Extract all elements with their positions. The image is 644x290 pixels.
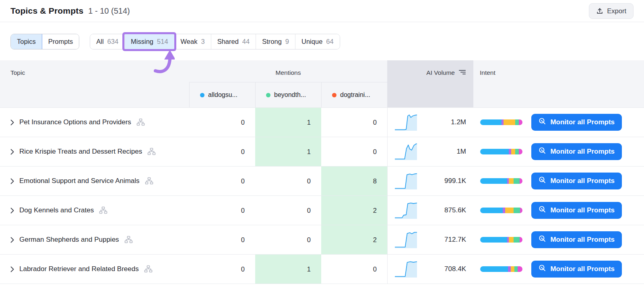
ai-volume-value: 1.2M (451, 118, 473, 126)
competitor-column-header[interactable]: dogtraini... (321, 82, 387, 107)
mentions-cell: 0 (321, 108, 387, 137)
monitor-all-prompts-button[interactable]: Monitor all Prompts (531, 173, 622, 189)
filter-label: All (96, 38, 103, 45)
topic-name: Pet Insurance Options and Providers (19, 118, 131, 126)
monitor-icon (539, 264, 546, 274)
intent-bar (480, 119, 522, 125)
expand-chevron-icon[interactable] (10, 149, 14, 155)
mentions-cell: 0 (255, 167, 321, 195)
ai-volume-cell: 999.1K (387, 167, 473, 195)
intent-bar (480, 237, 522, 243)
ai-volume-sparkline (395, 113, 421, 132)
expand-chevron-icon[interactable] (10, 178, 14, 184)
mentions-cell: 0 (321, 255, 387, 284)
filter-chip-missing[interactable]: Missing 514 (124, 34, 174, 49)
toggle-topics[interactable]: Topics (11, 34, 42, 49)
monitor-all-prompts-button[interactable]: Monitor all Prompts (531, 261, 622, 278)
filter-count: 514 (157, 38, 168, 45)
competitor-column-header[interactable]: beyondth... (255, 82, 321, 107)
export-icon (596, 7, 603, 14)
topic-name: Emotional Support and Service Animals (19, 177, 140, 185)
ai-volume-sparkline (395, 172, 421, 190)
filter-chip-shared[interactable]: Shared 44 (211, 34, 256, 49)
intent-bar (480, 208, 522, 213)
filter-count: 634 (107, 38, 119, 45)
monitor-all-prompts-button[interactable]: Monitor all Prompts (531, 114, 622, 131)
mentions-cell: 0 (321, 137, 387, 166)
ai-volume-cell: 875.6K (387, 196, 473, 225)
pagination-range: 1 - 10 (514) (88, 6, 130, 16)
monitor-all-prompts-button[interactable]: Monitor all Prompts (531, 231, 622, 248)
filter-count: 44 (242, 38, 250, 45)
expand-chevron-icon[interactable] (10, 237, 14, 243)
mentions-cell: 0 (255, 225, 321, 254)
page-header: Topics & Prompts 1 - 10 (514) Export (0, 0, 644, 22)
table-row[interactable]: Pet Insurance Options and Providers 0 1 … (0, 108, 644, 137)
competitor-color-dot (266, 93, 270, 97)
mentions-cell: 2 (321, 196, 387, 225)
monitor-icon (539, 206, 546, 215)
ai-volume-value: 712.7K (444, 236, 473, 244)
filter-chip-all[interactable]: All 634 (90, 34, 124, 49)
mentions-cell: 8 (321, 167, 387, 195)
topics-prompts-toggle: Topics Prompts (10, 34, 79, 49)
topic-hierarchy-icon[interactable] (124, 236, 133, 244)
intent-cell: Monitor all Prompts (473, 196, 644, 225)
filter-label: Missing (131, 38, 153, 45)
monitor-icon (539, 176, 546, 186)
export-button[interactable]: Export (589, 3, 634, 19)
expand-chevron-icon[interactable] (10, 119, 14, 125)
table-row[interactable]: German Shepherds and Puppies 0 0 2 712.7… (0, 225, 644, 255)
filter-count: 9 (285, 38, 289, 45)
filter-label: Strong (262, 38, 282, 45)
intent-cell: Monitor all Prompts (473, 255, 644, 284)
filter-chip-weak[interactable]: Weak 3 (174, 34, 211, 49)
expand-chevron-icon[interactable] (10, 208, 14, 214)
competitor-color-dot (332, 93, 336, 97)
intent-bar (480, 266, 522, 272)
intent-cell: Monitor all Prompts (473, 137, 644, 166)
monitor-all-prompts-button[interactable]: Monitor all Prompts (531, 202, 622, 219)
ai-volume-cell: 1M (387, 137, 473, 166)
topic-name: Dog Kennels and Crates (19, 206, 94, 214)
column-header-ai-volume[interactable]: AI Volume (387, 60, 473, 107)
page-title: Topics & Prompts (10, 6, 83, 16)
table-row[interactable]: Labrador Retriever and Related Breeds 0 … (0, 255, 644, 284)
monitor-icon (539, 147, 546, 156)
intent-cell: Monitor all Prompts (473, 225, 644, 254)
ai-volume-value: 999.1K (444, 177, 473, 185)
table-row[interactable]: Emotional Support and Service Animals 0 … (0, 167, 644, 196)
topic-hierarchy-icon[interactable] (136, 118, 145, 126)
ai-volume-sparkline (395, 142, 421, 161)
mentions-cell: 1 (255, 255, 321, 284)
topics-table: Topic Mentions alldogsu... beyondth... d… (0, 60, 644, 284)
mentions-cell: 0 (255, 196, 321, 225)
filter-chip-unique[interactable]: Unique 64 (295, 34, 340, 49)
filter-bar: Topics Prompts All 634 Missing 514 Weak … (10, 34, 634, 49)
topic-name: German Shepherds and Puppies (19, 236, 119, 244)
topic-hierarchy-icon[interactable] (144, 265, 153, 273)
expand-chevron-icon[interactable] (10, 266, 14, 272)
topic-hierarchy-icon[interactable] (145, 177, 153, 185)
table-row[interactable]: Rice Krispie Treats and Dessert Recipes … (0, 137, 644, 167)
export-label: Export (607, 7, 626, 15)
ai-volume-sparkline (395, 260, 421, 278)
mentions-cell: 1 (255, 108, 321, 137)
filter-label: Unique (301, 38, 322, 45)
topic-hierarchy-icon[interactable] (147, 148, 156, 156)
filter-chip-strong[interactable]: Strong 9 (256, 34, 295, 49)
competitor-column-header[interactable]: alldogsu... (189, 82, 255, 107)
ai-volume-cell: 1.2M (387, 108, 473, 137)
table-row[interactable]: Dog Kennels and Crates 0 0 2 875.6K (0, 196, 644, 225)
filter-count: 64 (326, 38, 333, 45)
table-header: Topic Mentions alldogsu... beyondth... d… (0, 60, 644, 108)
competitor-name: dogtraini... (340, 91, 370, 99)
sort-descending-icon (458, 69, 466, 77)
topic-name: Rice Krispie Treats and Dessert Recipes (19, 148, 142, 156)
topic-hierarchy-icon[interactable] (99, 206, 107, 214)
ai-volume-sparkline (395, 230, 421, 249)
monitor-all-prompts-button[interactable]: Monitor all Prompts (531, 143, 622, 160)
ai-volume-value: 1M (456, 148, 473, 156)
toggle-prompts[interactable]: Prompts (42, 34, 79, 49)
filter-label: Shared (217, 38, 239, 45)
